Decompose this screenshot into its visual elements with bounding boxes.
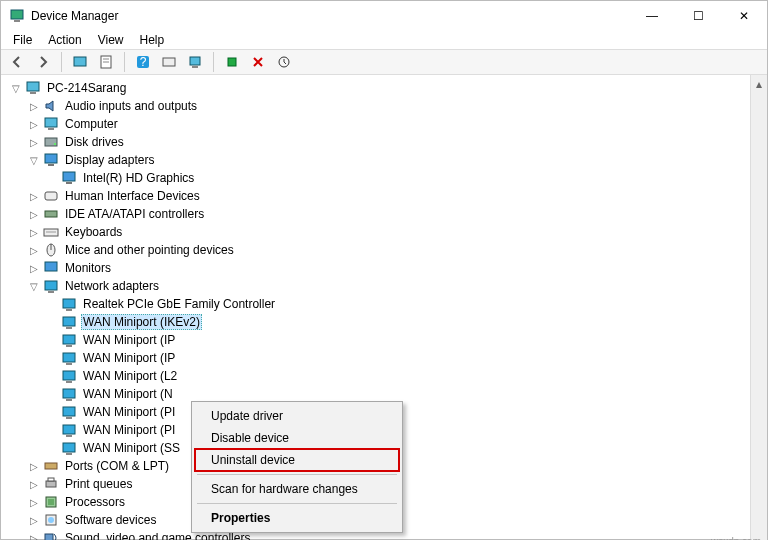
tree-category-9[interactable]: ▽Network adapters (3, 277, 750, 295)
context-menu-item-update-driver[interactable]: Update driver (195, 405, 399, 427)
tree-expand-icon[interactable]: ▽ (27, 153, 41, 167)
tree-expand-icon[interactable] (45, 369, 59, 383)
tree-expand-icon[interactable]: ▷ (27, 477, 41, 491)
tree-category-7[interactable]: ▷Mice and other pointing devices (3, 241, 750, 259)
tree-expand-icon[interactable]: ▷ (27, 495, 41, 509)
net-icon (61, 332, 77, 348)
svg-rect-47 (66, 435, 72, 437)
tree-expand-icon[interactable]: ▽ (27, 279, 41, 293)
update-driver-toolbar-button[interactable] (272, 50, 296, 74)
scroll-up-icon[interactable]: ▴ (751, 75, 767, 92)
toolbar-separator (124, 52, 125, 72)
content-area: ▽PC-214Sarang▷Audio inputs and outputs▷C… (1, 75, 767, 540)
maximize-button[interactable]: ☐ (675, 1, 721, 31)
scan-hardware-button[interactable] (220, 50, 244, 74)
tree-expand-icon[interactable]: ▷ (27, 261, 41, 275)
context-menu-item-properties[interactable]: Properties (195, 507, 399, 529)
tree-item-label: Network adapters (63, 279, 161, 293)
tree-expand-icon[interactable]: ▷ (27, 243, 41, 257)
svg-rect-39 (66, 363, 72, 365)
devices-button[interactable] (157, 50, 181, 74)
svg-rect-23 (45, 192, 57, 200)
svg-rect-2 (74, 57, 86, 66)
port-icon (43, 458, 59, 474)
tree-expand-icon[interactable]: ▽ (9, 81, 23, 95)
tree-expand-icon[interactable] (45, 351, 59, 365)
tree-category-0[interactable]: ▷Audio inputs and outputs (3, 97, 750, 115)
svg-rect-48 (63, 443, 75, 452)
show-hide-console-button[interactable] (68, 50, 92, 74)
tree-device-9-3[interactable]: WAN Miniport (IP (3, 349, 750, 367)
menu-view[interactable]: View (90, 31, 132, 49)
tree-category-4[interactable]: ▷Human Interface Devices (3, 187, 750, 205)
context-menu-item-scan-for-hardware-changes[interactable]: Scan for hardware changes (195, 478, 399, 500)
svg-point-56 (48, 517, 54, 523)
tree-expand-icon[interactable]: ▷ (27, 513, 41, 527)
watermark: wsxdn.com (711, 536, 761, 540)
net-icon (61, 386, 77, 402)
tree-device-9-4[interactable]: WAN Miniport (L2 (3, 367, 750, 385)
svg-rect-22 (66, 182, 72, 184)
tree-expand-icon[interactable] (45, 297, 59, 311)
tree-expand-icon[interactable]: ▷ (27, 189, 41, 203)
svg-rect-44 (63, 407, 75, 416)
titlebar[interactable]: Device Manager — ☐ ✕ (1, 1, 767, 31)
close-button[interactable]: ✕ (721, 1, 767, 31)
tree-device-3-0[interactable]: Intel(R) HD Graphics (3, 169, 750, 187)
tree-root[interactable]: ▽PC-214Sarang (3, 79, 750, 97)
tree-expand-icon[interactable]: ▷ (27, 225, 41, 239)
tree-item-label: Print queues (63, 477, 134, 491)
back-button[interactable] (5, 50, 29, 74)
tree-expand-icon[interactable]: ▷ (27, 99, 41, 113)
svg-rect-32 (63, 299, 75, 308)
tree-expand-icon[interactable] (45, 333, 59, 347)
tree-item-label: WAN Miniport (IP (81, 333, 177, 347)
computer-button[interactable] (183, 50, 207, 74)
menu-help[interactable]: Help (132, 31, 173, 49)
tree-expand-icon[interactable]: ▷ (27, 117, 41, 131)
display-icon (43, 152, 59, 168)
minimize-button[interactable]: — (629, 1, 675, 31)
tree-device-9-2[interactable]: WAN Miniport (IP (3, 331, 750, 349)
tree-item-label: WAN Miniport (IP (81, 351, 177, 365)
svg-rect-10 (192, 66, 198, 68)
tree-expand-icon[interactable]: ▷ (27, 531, 41, 540)
tree-expand-icon[interactable] (45, 441, 59, 455)
computer-icon (43, 116, 59, 132)
tree-item-label: WAN Miniport (L2 (81, 369, 179, 383)
context-menu-item-disable-device[interactable]: Disable device (195, 427, 399, 449)
context-menu-item-uninstall-device[interactable]: Uninstall device (195, 449, 399, 471)
tree-expand-icon[interactable] (45, 315, 59, 329)
net-icon (61, 440, 77, 456)
tree-item-label: WAN Miniport (N (81, 387, 175, 401)
help-button[interactable]: ? (131, 50, 155, 74)
tree-category-3[interactable]: ▽Display adapters (3, 151, 750, 169)
forward-button[interactable] (31, 50, 55, 74)
tree-expand-icon[interactable] (45, 405, 59, 419)
svg-rect-54 (48, 499, 54, 505)
tree-category-1[interactable]: ▷Computer (3, 115, 750, 133)
tree-category-5[interactable]: ▷IDE ATA/ATAPI controllers (3, 205, 750, 223)
tree-category-6[interactable]: ▷Keyboards (3, 223, 750, 241)
tree-item-label: WAN Miniport (PI (81, 405, 177, 419)
tree-expand-icon[interactable]: ▷ (27, 135, 41, 149)
net-icon (61, 422, 77, 438)
menu-action[interactable]: Action (40, 31, 89, 49)
tree-category-2[interactable]: ▷Disk drives (3, 133, 750, 151)
menu-file[interactable]: File (5, 31, 40, 49)
tree-expand-icon[interactable]: ▷ (27, 207, 41, 221)
tree-device-9-1[interactable]: WAN Miniport (IKEv2) (3, 313, 750, 331)
tree-category-8[interactable]: ▷Monitors (3, 259, 750, 277)
svg-text:?: ? (140, 55, 147, 69)
svg-rect-41 (66, 381, 72, 383)
tree-device-9-0[interactable]: Realtek PCIe GbE Family Controller (3, 295, 750, 313)
net-icon (61, 404, 77, 420)
tree-item-label: Human Interface Devices (63, 189, 202, 203)
tree-expand-icon[interactable] (45, 423, 59, 437)
tree-expand-icon[interactable] (45, 387, 59, 401)
vertical-scrollbar[interactable]: ▴ ▾ (750, 75, 767, 540)
uninstall-toolbar-button[interactable] (246, 50, 270, 74)
tree-expand-icon[interactable] (45, 171, 59, 185)
properties-toolbar-button[interactable] (94, 50, 118, 74)
tree-expand-icon[interactable]: ▷ (27, 459, 41, 473)
